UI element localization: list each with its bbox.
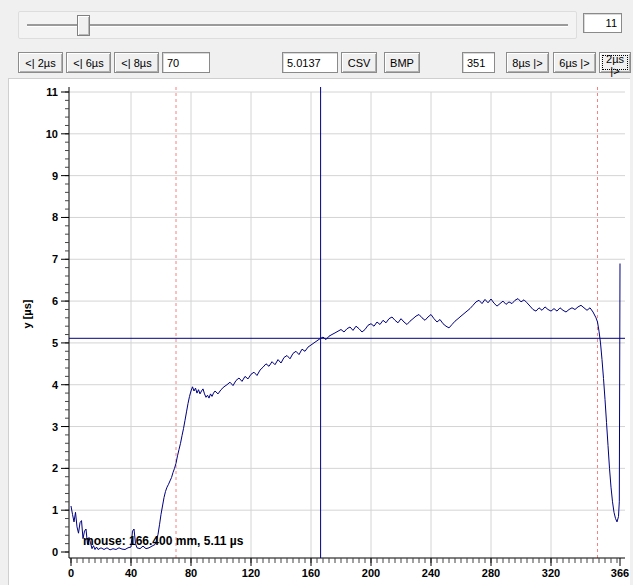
step-fwd-8us-button[interactable]: 8µs |> (506, 52, 549, 73)
y-tick-label: 2 (52, 462, 58, 474)
y-tick-label: 0 (52, 546, 58, 558)
step-back-8us-button[interactable]: <| 8µs (114, 52, 159, 73)
y-tick-label: 1 (52, 504, 58, 516)
x-tick-label: 320 (542, 567, 560, 579)
y-tick-label: 6 (52, 295, 58, 307)
x-tick-label: 200 (362, 567, 380, 579)
y-tick-label: 10 (46, 128, 58, 140)
x-tick-label: 0 (68, 567, 74, 579)
x-tick-label: 160 (302, 567, 320, 579)
x-tick-label: 40 (125, 567, 137, 579)
slider-value-field[interactable] (583, 13, 622, 33)
waveform-chart-panel: 0123456789101104080120160200240280320366… (8, 78, 630, 585)
start-position-field[interactable] (162, 52, 210, 73)
signal-curve (71, 264, 620, 550)
y-tick-label: 4 (52, 379, 59, 391)
y-axis-title: y [µs] (21, 299, 33, 328)
step-fwd-2us-button[interactable]: 2µs |> (599, 52, 631, 73)
y-tick-label: 11 (46, 86, 58, 98)
y-tick-label: 8 (52, 211, 58, 223)
mouse-position-label: mouse: 166.400 mm, 5.11 µs (83, 534, 244, 548)
waveform-chart[interactable]: 0123456789101104080120160200240280320366… (9, 79, 631, 585)
y-tick-label: 5 (52, 337, 58, 349)
end-position-field[interactable] (462, 52, 495, 73)
step-back-6us-button[interactable]: <| 6µs (66, 52, 111, 73)
x-tick-label: 240 (422, 567, 440, 579)
slider-track[interactable] (27, 24, 568, 27)
y-tick-label: 7 (52, 253, 58, 265)
step-fwd-6us-button[interactable]: 6µs |> (553, 52, 596, 73)
y-tick-label: 9 (52, 170, 58, 182)
threshold-value-field[interactable] (282, 52, 338, 73)
x-tick-label: 366 (611, 567, 629, 579)
x-tick-label: 80 (185, 567, 197, 579)
x-tick-label: 280 (482, 567, 500, 579)
slider-thumb[interactable] (77, 15, 90, 36)
csv-export-button[interactable]: CSV (341, 52, 377, 73)
step-back-2us-button[interactable]: <| 2µs (18, 52, 63, 73)
zoom-slider[interactable] (18, 11, 577, 39)
bmp-export-button[interactable]: BMP (384, 52, 420, 73)
x-tick-label: 120 (242, 567, 260, 579)
y-tick-label: 3 (52, 421, 58, 433)
